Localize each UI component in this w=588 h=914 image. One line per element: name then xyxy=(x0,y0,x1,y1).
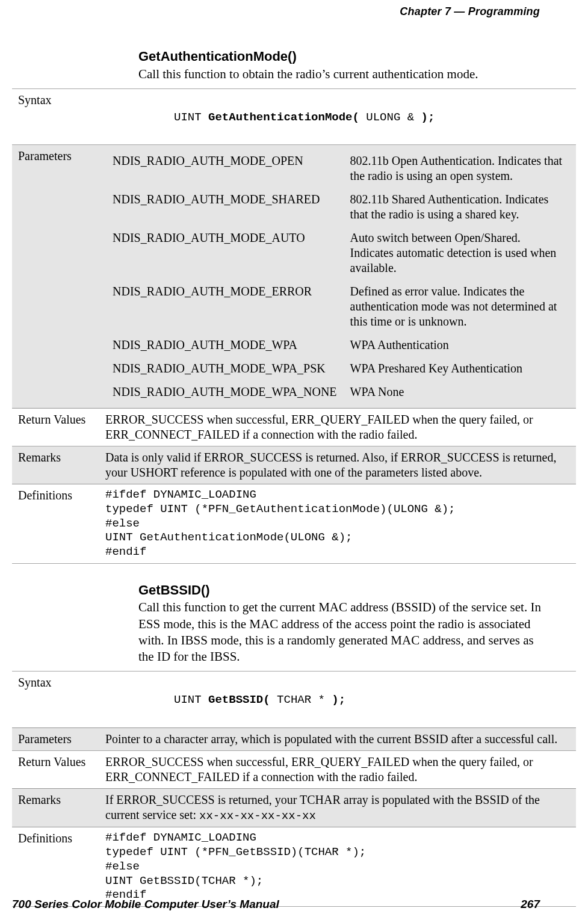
param-name: NDIS_RADIO_AUTH_MODE_WPA_NONE xyxy=(107,381,343,403)
param-desc: Auto switch between Open/Shared. Indicat… xyxy=(344,227,569,279)
param-desc: WPA Authentication xyxy=(344,334,569,356)
return-text: ERROR_SUCCESS when successful, ERR_QUERY… xyxy=(99,750,576,788)
label-remarks: Remarks xyxy=(12,446,99,484)
label-return: Return Values xyxy=(12,409,99,446)
param-desc: Defined as error value. Indicates the au… xyxy=(344,280,569,333)
section-intro-getauth: Call this function to obtain the radio’s… xyxy=(138,66,552,82)
param-name: NDIS_RADIO_AUTH_MODE_OPEN xyxy=(107,150,343,187)
syntax-code: UINT GetBSSID( TCHAR * ); xyxy=(105,693,345,723)
content-area: GetAuthenticationMode() Call this functi… xyxy=(0,0,588,907)
remarks-code: xx-xx-xx-xx-xx-xx xyxy=(199,809,316,823)
row-definitions: Definitions #ifdef DYNAMIC_LOADING typed… xyxy=(12,484,576,564)
param-name: NDIS_RADIO_AUTH_MODE_WPA xyxy=(107,334,343,356)
param-name: NDIS_RADIO_AUTH_MODE_AUTO xyxy=(107,227,343,279)
label-parameters: Parameters xyxy=(12,145,99,409)
parameters-text: Pointer to a character array, which is p… xyxy=(99,727,576,750)
section-intro-getbssid: Call this function to get the current MA… xyxy=(138,599,552,665)
param-name: NDIS_RADIO_AUTH_MODE_ERROR xyxy=(107,280,343,333)
page-footer: 700 Series Color Mobile Computer User’s … xyxy=(12,897,540,912)
remarks-text: Data is only valid if ERROR_SUCCESS is r… xyxy=(99,446,576,484)
param-name: NDIS_RADIO_AUTH_MODE_SHARED xyxy=(107,188,343,226)
param-desc: 802.11b Shared Authentication. Indicates… xyxy=(344,188,569,226)
param-desc: 802.11b Open Authentication. Indicates t… xyxy=(344,150,569,187)
syntax-code: UINT GetAuthenticationMode( ULONG & ); xyxy=(105,111,435,140)
remarks-text: If ERROR_SUCCESS is returned, your TCHAR… xyxy=(105,793,540,821)
row-return: Return Values ERROR_SUCCESS when success… xyxy=(12,409,576,446)
row-parameters: Parameters Pointer to a character array,… xyxy=(12,727,576,750)
label-syntax: Syntax xyxy=(12,672,99,727)
table-getbssid: Syntax UINT GetBSSID( TCHAR * ); Paramet… xyxy=(12,671,576,907)
section-title-getauth: GetAuthenticationMode() xyxy=(138,48,552,65)
label-parameters: Parameters xyxy=(12,727,99,750)
label-return: Return Values xyxy=(12,750,99,788)
footer-manual-title: 700 Series Color Mobile Computer User’s … xyxy=(12,897,279,912)
row-syntax: Syntax UINT GetAuthenticationMode( ULONG… xyxy=(12,88,576,144)
row-definitions: Definitions #ifdef DYNAMIC_LOADING typed… xyxy=(12,827,576,907)
label-remarks: Remarks xyxy=(12,788,99,827)
param-desc: WPA None xyxy=(344,381,569,403)
row-return: Return Values ERROR_SUCCESS when success… xyxy=(12,750,576,788)
row-remarks: Remarks If ERROR_SUCCESS is returned, yo… xyxy=(12,788,576,827)
label-definitions: Definitions xyxy=(12,827,99,907)
section-title-getbssid: GetBSSID() xyxy=(138,582,552,599)
definitions-code: #ifdef DYNAMIC_LOADING typedef UINT (*PF… xyxy=(105,831,570,903)
return-text: ERROR_SUCCESS when successful, ERR_QUERY… xyxy=(99,409,576,446)
page-header-chapter: Chapter 7 — Programming xyxy=(400,5,540,19)
row-syntax: Syntax UINT GetBSSID( TCHAR * ); xyxy=(12,672,576,727)
param-name: NDIS_RADIO_AUTH_MODE_WPA_PSK xyxy=(107,357,343,380)
row-remarks: Remarks Data is only valid if ERROR_SUCC… xyxy=(12,446,576,484)
params-list: NDIS_RADIO_AUTH_MODE_OPEN802.11b Open Au… xyxy=(105,149,570,404)
row-parameters: Parameters NDIS_RADIO_AUTH_MODE_OPEN802.… xyxy=(12,145,576,409)
table-getauth: Syntax UINT GetAuthenticationMode( ULONG… xyxy=(12,88,576,564)
label-definitions: Definitions xyxy=(12,484,99,564)
page-number: 267 xyxy=(521,897,540,912)
label-syntax: Syntax xyxy=(12,88,99,144)
definitions-code: #ifdef DYNAMIC_LOADING typedef UINT (*PF… xyxy=(105,488,570,560)
param-desc: WPA Preshared Key Authentication xyxy=(344,357,569,380)
